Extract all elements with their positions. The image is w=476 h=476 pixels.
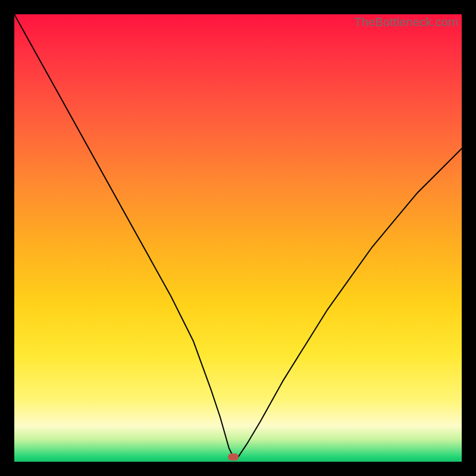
minimum-marker bbox=[228, 453, 239, 461]
bottleneck-curve bbox=[14, 14, 462, 462]
chart-frame: TheBottleneck.com bbox=[0, 0, 476, 476]
plot-area: TheBottleneck.com bbox=[14, 14, 462, 462]
